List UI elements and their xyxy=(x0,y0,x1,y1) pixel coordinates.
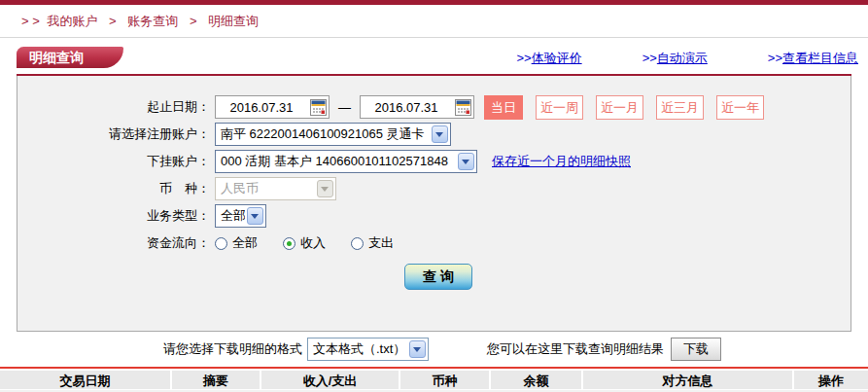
column-header-balance: 余额 xyxy=(489,371,581,389)
fund-flow-option-income[interactable]: 收入 xyxy=(283,234,326,252)
download-result-label: 您可以在这里下载查询明细结果 xyxy=(487,340,664,358)
download-format-select[interactable]: 文本格式（.txt） xyxy=(307,338,429,361)
business-type-label: 业务类型： xyxy=(17,207,215,225)
date-range-separator: — xyxy=(338,100,351,115)
register-account-row: 请选择注册账户： 南平 6222001406100921065 灵通卡 xyxy=(17,121,851,148)
start-date-input[interactable] xyxy=(217,100,306,115)
column-header-counterparty: 对方信息 xyxy=(581,371,792,389)
end-date-input[interactable] xyxy=(362,100,451,115)
quick-range-year-button[interactable]: 近一年 xyxy=(716,95,764,120)
chevron-down-icon xyxy=(409,340,426,358)
breadcrumb-item-detail-query[interactable]: 明细查询 xyxy=(208,14,259,28)
chevron-down-icon xyxy=(458,153,474,170)
chevron-down-icon xyxy=(432,125,448,143)
sub-account-label: 下挂账户： xyxy=(17,153,215,170)
table-header-row: 交易日期 摘要 收入/支出 币种 余额 对方信息 操作 xyxy=(0,371,868,389)
currency-label: 币 种： xyxy=(17,180,215,197)
calendar-icon[interactable] xyxy=(455,99,471,116)
business-type-select[interactable]: 全部 xyxy=(215,204,266,228)
download-format-label: 请您选择下载明细的格式 xyxy=(163,340,302,358)
column-header-date: 交易日期 xyxy=(0,371,170,389)
start-date-field[interactable] xyxy=(215,95,330,119)
results-table: 交易日期 摘要 收入/支出 币种 余额 对方信息 操作 2016-07-31 D… xyxy=(0,371,868,392)
link-view-column-info[interactable]: >>查看栏目信息 xyxy=(768,50,858,67)
currency-select: 人民币 xyxy=(215,177,336,200)
fund-flow-label: 资金流向： xyxy=(17,234,215,252)
tab-row: 明细查询 >>体验评价 >>自动演示 >>查看栏目信息 xyxy=(0,44,868,74)
sub-account-row: 下挂账户： 000 活期 基本户 1406600101102571848 保存近… xyxy=(17,148,851,175)
breadcrumb-item-my-account[interactable]: 我的账户 xyxy=(47,14,97,28)
fund-flow-option-all[interactable]: 全部 xyxy=(215,234,258,252)
date-range-label: 起止日期： xyxy=(17,98,215,116)
fund-flow-option-expense[interactable]: 支出 xyxy=(351,234,394,252)
radio-button[interactable] xyxy=(215,237,227,250)
download-row: 请您选择下载明细的格式 文本格式（.txt） 您可以在这里下载查询明细结果 下载 xyxy=(163,332,868,367)
table-top-rule xyxy=(0,367,868,369)
header-links: >>体验评价 >>自动演示 >>查看栏目信息 xyxy=(516,50,858,67)
column-header-currency: 币种 xyxy=(399,371,489,389)
download-button[interactable]: 下载 xyxy=(671,338,721,361)
column-header-amount: 收入/支出 xyxy=(260,371,399,389)
breadcrumb: > > 我的账户 > 账务查询 > 明细查询 xyxy=(0,5,868,38)
chevron-down-icon xyxy=(317,180,333,197)
register-account-select[interactable]: 南平 6222001406100921065 灵通卡 xyxy=(215,123,451,146)
business-type-row: 业务类型： 全部 xyxy=(17,202,851,230)
link-experience-rating[interactable]: >>体验评价 xyxy=(516,50,581,67)
currency-row: 币 种： 人民币 xyxy=(17,175,851,202)
calendar-icon[interactable] xyxy=(310,99,327,116)
breadcrumb-separator: > xyxy=(190,14,197,28)
sub-account-select[interactable]: 000 活期 基本户 1406600101102571848 xyxy=(215,150,477,173)
end-date-field[interactable] xyxy=(360,95,474,119)
breadcrumb-item-account-query[interactable]: 账务查询 xyxy=(127,14,178,28)
quick-range-week-button[interactable]: 近一周 xyxy=(536,95,583,120)
chevron-down-icon xyxy=(247,207,263,225)
breadcrumb-prefix: > > xyxy=(21,14,40,28)
column-header-action: 操作 xyxy=(792,371,868,389)
quick-range-month-button[interactable]: 近一月 xyxy=(596,95,643,120)
radio-button[interactable] xyxy=(283,237,295,250)
date-range-row: 起止日期： — xyxy=(17,93,851,121)
quick-range-3months-button[interactable]: 近三月 xyxy=(656,95,704,120)
query-button[interactable]: 查 询 xyxy=(404,264,472,290)
register-account-label: 请选择注册账户： xyxy=(17,125,215,143)
query-form-panel: 起止日期： — xyxy=(17,76,851,332)
radio-button[interactable] xyxy=(351,237,364,250)
fund-flow-row: 资金流向： 全部 收入 支出 xyxy=(17,230,851,257)
tab-detail-query[interactable]: 明细查询 xyxy=(17,47,123,68)
save-snapshot-link[interactable]: 保存近一个月的明细快照 xyxy=(492,153,631,170)
link-auto-demo[interactable]: >>自动演示 xyxy=(642,50,708,67)
quick-range-today-button[interactable]: 当日 xyxy=(484,95,523,120)
column-header-summary: 摘要 xyxy=(170,371,260,389)
breadcrumb-separator: > xyxy=(109,14,117,28)
